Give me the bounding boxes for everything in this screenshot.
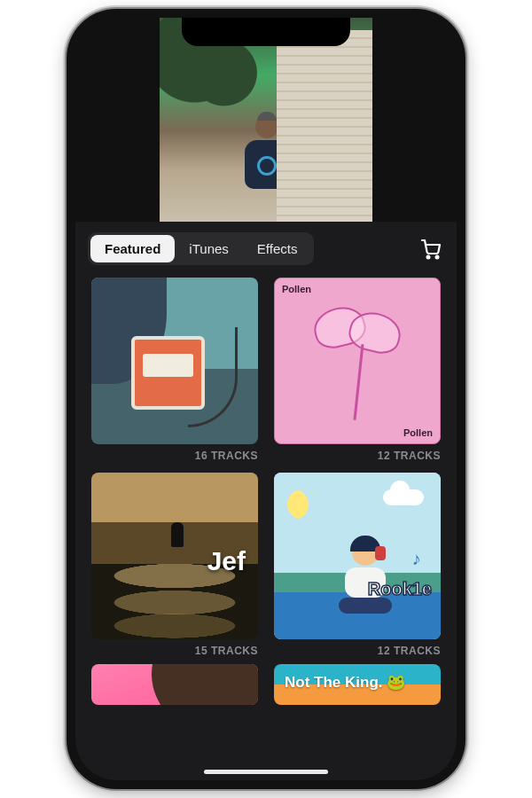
video-caption: HELLO — [292, 189, 355, 209]
home-indicator[interactable] — [204, 770, 328, 774]
tab-featured[interactable]: Featured — [90, 235, 175, 262]
device-notch — [182, 18, 350, 46]
video-person — [240, 115, 293, 200]
album-cover: Pollen Pollen — [274, 278, 441, 444]
album-cover — [91, 664, 258, 705]
music-note-icon: ♪ — [411, 549, 420, 569]
album-overlay-title: Not The King. 🐸 — [285, 673, 405, 692]
album-item[interactable]: 16 TRACKS — [91, 278, 258, 462]
album-art-text: Pollen — [282, 284, 311, 294]
phone-inner: HELLO Featured iTunes Effects — [75, 18, 457, 780]
album-item[interactable]: Not The King. 🐸 — [274, 664, 441, 705]
tabs-row: Featured iTunes Effects — [75, 222, 457, 278]
app-screen: HELLO Featured iTunes Effects — [75, 18, 457, 780]
album-track-count: 15 TRACKS — [91, 645, 258, 657]
album-overlay-title: Jef — [207, 546, 246, 576]
svg-point-0 — [427, 255, 430, 258]
album-item[interactable]: ♪ Rook1e 12 TRACKS — [274, 473, 441, 657]
tab-effects[interactable]: Effects — [243, 235, 312, 262]
album-track-count: 12 TRACKS — [274, 645, 441, 657]
cart-button[interactable] — [418, 236, 444, 262]
album-cover — [91, 278, 258, 444]
album-grid[interactable]: 16 TRACKS Pollen Pollen 12 TRACKS Jef — [75, 278, 457, 780]
album-track-count: 16 TRACKS — [91, 450, 258, 462]
album-item[interactable] — [91, 664, 258, 705]
phone-frame: HELLO Featured iTunes Effects — [66, 9, 466, 789]
video-preview[interactable]: HELLO — [75, 18, 457, 222]
album-item[interactable]: Pollen Pollen 12 TRACKS — [274, 278, 441, 462]
album-cover: ♪ Rook1e — [274, 473, 441, 639]
album-item[interactable]: Jef 15 TRACKS — [91, 473, 258, 657]
album-overlay-title: Rook1e — [368, 579, 432, 599]
tab-itunes[interactable]: iTunes — [175, 235, 242, 262]
album-cover: Jef — [91, 473, 258, 639]
album-cover: Not The King. 🐸 — [274, 664, 441, 705]
svg-point-1 — [436, 255, 439, 258]
segmented-control: Featured iTunes Effects — [88, 232, 314, 265]
album-track-count: 12 TRACKS — [274, 450, 441, 462]
album-art-text: Pollen — [403, 427, 433, 438]
cart-icon — [420, 239, 442, 260]
video-thumbnail: HELLO — [160, 18, 372, 222]
